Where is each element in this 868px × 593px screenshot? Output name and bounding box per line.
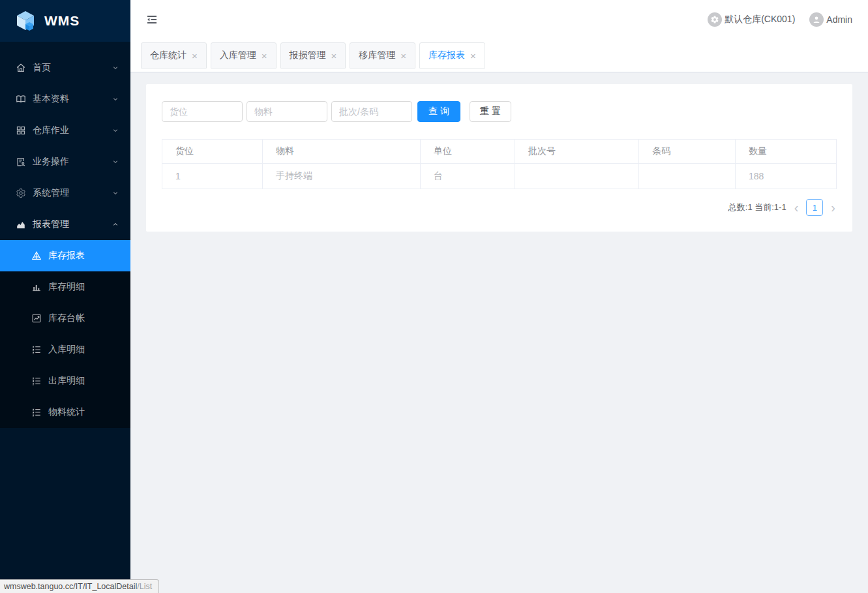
sidebar-item-report-mgmt[interactable]: 报表管理 — [0, 209, 130, 240]
sidebar-item-basic-data[interactable]: 基本资料 — [0, 84, 130, 115]
sidebar-item-system-mgmt[interactable]: 系统管理 — [0, 177, 130, 209]
submenu-item-label: 库存明细 — [48, 281, 85, 293]
pyramid-icon — [31, 251, 42, 261]
next-page-icon[interactable]: › — [830, 201, 837, 214]
submenu-item-label: 库存报表 — [48, 250, 85, 262]
trend-icon — [31, 313, 42, 324]
pagination: 总数:1 当前:1-1 ‹ 1 › — [162, 199, 837, 216]
prev-page-icon[interactable]: ‹ — [793, 201, 800, 214]
page-number-button[interactable]: 1 — [806, 199, 823, 216]
user-menu[interactable]: Admin — [809, 12, 852, 27]
grid-icon — [16, 125, 26, 136]
submenu-item-label: 物料统计 — [48, 406, 85, 418]
page-content: 查 询 重 置 货位 物料 单位 批次号 条码 — [130, 72, 868, 593]
app-logo: WMS — [0, 0, 130, 42]
submenu-item-label: 出库明细 — [48, 375, 85, 387]
user-avatar-icon — [809, 12, 824, 27]
submenu-item-outbound-detail[interactable]: 出库明细 — [0, 365, 130, 397]
gear-icon — [16, 188, 26, 198]
col-header-quantity: 数量 — [736, 140, 837, 164]
col-header-batch: 批次号 — [515, 140, 639, 164]
header-actions: 默认仓库(CK001) Admin — [708, 12, 852, 27]
cell-batch — [515, 164, 639, 189]
chevron-down-icon — [112, 159, 119, 165]
query-button[interactable]: 查 询 — [417, 101, 460, 122]
submenu-item-inventory-detail[interactable]: 库存明细 — [0, 271, 130, 303]
close-icon[interactable]: × — [331, 51, 337, 61]
form-icon — [16, 157, 26, 167]
app-title: WMS — [44, 13, 80, 29]
status-url-main: wmsweb.tanguo.cc/IT/IT_LocalDetail — [4, 582, 137, 591]
sidebar-submenu: 库存报表 库存明细 库存台帐 入库明细 — [0, 240, 130, 428]
location-input[interactable] — [162, 101, 243, 122]
search-form: 查 询 重 置 — [162, 101, 837, 122]
close-icon[interactable]: × — [470, 51, 476, 61]
submenu-item-inventory-report[interactable]: 库存报表 — [0, 240, 130, 271]
list-icon — [31, 376, 42, 386]
tab-bar: 仓库统计 × 入库管理 × 报损管理 × 移库管理 × 库存报表 × — [130, 39, 868, 72]
status-url-tail: /List — [137, 582, 152, 591]
warehouse-gear-icon — [708, 12, 722, 27]
chevron-down-icon — [112, 190, 119, 196]
tab-warehouse-stats[interactable]: 仓库统计 × — [141, 42, 207, 68]
sidebar: WMS 首页 基本资料 — [0, 0, 130, 593]
submenu-item-inventory-ledger[interactable]: 库存台帐 — [0, 303, 130, 334]
tab-label: 库存报表 — [428, 50, 465, 61]
sidebar-item-home[interactable]: 首页 — [0, 52, 130, 84]
inventory-table: 货位 物料 单位 批次号 条码 数量 1 手持终端 台 — [162, 139, 837, 189]
tab-inventory-report[interactable]: 库存报表 × — [419, 42, 485, 68]
cell-barcode — [639, 164, 736, 189]
tab-transfer-mgmt[interactable]: 移库管理 × — [350, 42, 415, 68]
sidebar-item-business-ops[interactable]: 业务操作 — [0, 146, 130, 177]
home-icon — [16, 63, 26, 73]
list-icon — [31, 407, 42, 418]
cell-unit: 台 — [421, 164, 515, 189]
inventory-report-panel: 查 询 重 置 货位 物料 单位 批次号 条码 — [146, 84, 852, 232]
main-area: 默认仓库(CK001) Admin 仓库统计 × 入库管理 × 报损管 — [130, 0, 868, 593]
sidebar-item-label: 业务操作 — [33, 156, 112, 168]
book-icon — [16, 94, 26, 104]
menu-fold-icon[interactable] — [146, 14, 159, 25]
tab-label: 仓库统计 — [150, 50, 187, 61]
cell-location: 1 — [162, 164, 263, 189]
chevron-down-icon — [112, 127, 119, 134]
close-icon[interactable]: × — [262, 51, 267, 61]
top-header: 默认仓库(CK001) Admin — [130, 0, 868, 39]
cell-material: 手持终端 — [263, 164, 421, 189]
bar-chart-icon — [31, 282, 42, 292]
tab-label: 报损管理 — [290, 50, 326, 61]
list-icon — [31, 344, 42, 355]
tab-label: 入库管理 — [220, 50, 256, 61]
cube-logo-icon — [14, 10, 37, 32]
tab-inbound-mgmt[interactable]: 入库管理 × — [211, 42, 277, 68]
reset-button[interactable]: 重 置 — [470, 101, 511, 122]
sidebar-item-label: 基本资料 — [33, 93, 112, 105]
sidebar-item-label: 首页 — [33, 62, 112, 74]
sidebar-item-warehouse-ops[interactable]: 仓库作业 — [0, 115, 130, 146]
sidebar-nav: 首页 基本资料 仓库作业 — [0, 42, 130, 240]
cell-quantity: 188 — [736, 164, 837, 189]
sidebar-item-label: 系统管理 — [33, 187, 112, 199]
table-row[interactable]: 1 手持终端 台 188 — [162, 164, 837, 189]
submenu-item-material-stats[interactable]: 物料统计 — [0, 397, 130, 428]
tab-label: 移库管理 — [359, 50, 395, 61]
wms-app: WMS 首页 基本资料 — [0, 0, 868, 593]
warehouse-label: 默认仓库(CK001) — [725, 14, 795, 25]
browser-status-bar: wmsweb.tanguo.cc/IT/IT_LocalDetail/List — [0, 579, 159, 593]
close-icon[interactable]: × — [192, 51, 198, 61]
table-header-row: 货位 物料 单位 批次号 条码 数量 — [162, 140, 837, 164]
tab-damage-mgmt[interactable]: 报损管理 × — [280, 42, 346, 68]
material-input[interactable] — [247, 101, 327, 122]
sidebar-item-label: 仓库作业 — [33, 125, 112, 136]
batch-barcode-input[interactable] — [331, 101, 412, 122]
warehouse-selector[interactable]: 默认仓库(CK001) — [708, 12, 795, 27]
col-header-unit: 单位 — [421, 140, 515, 164]
sidebar-item-label: 报表管理 — [33, 219, 112, 230]
submenu-item-label: 入库明细 — [48, 344, 85, 356]
close-icon[interactable]: × — [400, 51, 406, 61]
col-header-barcode: 条码 — [639, 140, 736, 164]
user-label: Admin — [826, 14, 852, 25]
submenu-item-inbound-detail[interactable]: 入库明细 — [0, 334, 130, 365]
submenu-item-label: 库存台帐 — [48, 312, 85, 324]
chevron-down-icon — [112, 96, 119, 102]
